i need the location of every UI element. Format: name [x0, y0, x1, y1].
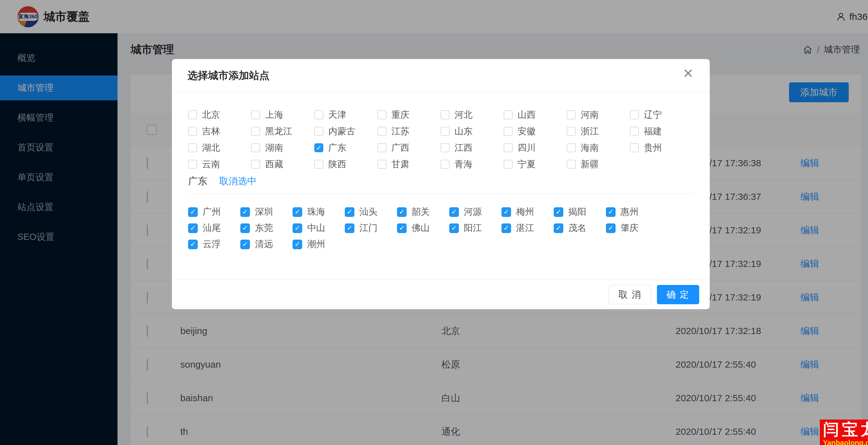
- province-checkbox[interactable]: ✓: [377, 143, 386, 152]
- province-option[interactable]: ✓ 上海: [251, 106, 314, 123]
- city-option[interactable]: ✓ 韶关: [397, 204, 449, 220]
- province-option[interactable]: ✓ 甘肃: [377, 156, 440, 172]
- province-option[interactable]: ✓ 河北: [440, 106, 504, 123]
- city-checkbox[interactable]: ✓: [188, 240, 198, 249]
- city-checkbox[interactable]: ✓: [345, 207, 354, 217]
- province-checkbox[interactable]: ✓: [630, 110, 639, 119]
- city-option[interactable]: ✓ 广州: [188, 204, 240, 220]
- province-option[interactable]: ✓ 内蒙古: [314, 123, 377, 139]
- province-option[interactable]: ✓ 四川: [504, 139, 567, 156]
- province-checkbox[interactable]: ✓: [251, 110, 260, 119]
- deselect-link[interactable]: 取消选中: [219, 175, 256, 188]
- province-checkbox[interactable]: ✓: [440, 160, 450, 169]
- province-checkbox[interactable]: ✓: [377, 127, 386, 136]
- province-checkbox[interactable]: ✓: [504, 110, 513, 119]
- province-checkbox[interactable]: ✓: [314, 143, 323, 152]
- city-option[interactable]: ✓ 湛江: [501, 220, 554, 236]
- province-option[interactable]: ✓ 重庆: [377, 106, 440, 123]
- city-option[interactable]: ✓ 河源: [449, 204, 501, 220]
- province-checkbox[interactable]: ✓: [440, 143, 450, 152]
- province-option[interactable]: ✓ 湖北: [188, 139, 251, 156]
- city-checkbox[interactable]: ✓: [397, 223, 407, 233]
- city-checkbox[interactable]: ✓: [240, 223, 250, 233]
- province-checkbox[interactable]: ✓: [504, 127, 513, 136]
- province-option[interactable]: ✓ 浙江: [567, 123, 630, 139]
- province-option[interactable]: ✓ 广东: [314, 139, 377, 156]
- city-checkbox[interactable]: ✓: [606, 207, 616, 217]
- province-checkbox[interactable]: ✓: [630, 143, 639, 152]
- city-checkbox[interactable]: ✓: [606, 223, 616, 233]
- province-option[interactable]: ✓ 广西: [377, 139, 440, 156]
- province-checkbox[interactable]: ✓: [440, 110, 450, 119]
- city-checkbox[interactable]: ✓: [188, 207, 198, 217]
- province-checkbox[interactable]: ✓: [314, 160, 323, 169]
- province-checkbox[interactable]: ✓: [377, 110, 386, 119]
- province-option[interactable]: ✓ 陕西: [314, 156, 377, 172]
- city-option[interactable]: ✓ 中山: [292, 220, 345, 236]
- province-checkbox[interactable]: ✓: [504, 143, 513, 152]
- province-checkbox[interactable]: ✓: [188, 110, 197, 119]
- city-checkbox[interactable]: ✓: [188, 223, 198, 233]
- city-option[interactable]: ✓ 肇庆: [606, 220, 658, 236]
- province-option[interactable]: ✓ 新疆: [567, 156, 630, 172]
- city-option[interactable]: ✓ 梅州: [501, 204, 554, 220]
- province-option[interactable]: ✓ 云南: [188, 156, 251, 172]
- province-checkbox[interactable]: ✓: [504, 160, 513, 169]
- city-option[interactable]: ✓ 惠州: [606, 204, 658, 220]
- province-option[interactable]: ✓ 吉林: [188, 123, 251, 139]
- province-option[interactable]: ✓ 江西: [440, 139, 504, 156]
- city-option[interactable]: ✓ 东莞: [240, 220, 292, 236]
- city-option[interactable]: ✓ 揭阳: [554, 204, 606, 220]
- province-option[interactable]: ✓ 黑龙江: [251, 123, 314, 139]
- cancel-button[interactable]: 取 消: [609, 285, 651, 304]
- province-checkbox[interactable]: ✓: [251, 160, 260, 169]
- province-option[interactable]: ✓ 江苏: [377, 123, 440, 139]
- city-checkbox[interactable]: ✓: [240, 240, 250, 249]
- province-checkbox[interactable]: ✓: [377, 160, 386, 169]
- province-checkbox[interactable]: ✓: [440, 127, 450, 136]
- province-checkbox[interactable]: ✓: [567, 160, 576, 169]
- province-option[interactable]: ✓ 天津: [314, 106, 377, 123]
- province-option[interactable]: ✓ 山西: [504, 106, 567, 123]
- province-checkbox[interactable]: ✓: [567, 110, 576, 119]
- province-option[interactable]: ✓ 宁夏: [504, 156, 567, 172]
- province-option[interactable]: ✓ 山东: [440, 123, 504, 139]
- province-option[interactable]: ✓ 北京: [188, 106, 251, 123]
- province-option[interactable]: ✓ 海南: [567, 139, 630, 156]
- city-option[interactable]: ✓ 阳江: [449, 220, 501, 236]
- province-option[interactable]: ✓ 青海: [440, 156, 504, 172]
- city-option[interactable]: ✓ 汕头: [345, 204, 397, 220]
- city-option[interactable]: ✓ 清远: [240, 236, 292, 252]
- city-option[interactable]: ✓ 江门: [345, 220, 397, 236]
- province-option[interactable]: ✓ 安徽: [504, 123, 567, 139]
- city-option[interactable]: ✓ 佛山: [397, 220, 449, 236]
- province-checkbox[interactable]: ✓: [314, 110, 323, 119]
- province-checkbox[interactable]: ✓: [188, 160, 197, 169]
- province-option[interactable]: ✓ 辽宁: [630, 106, 693, 123]
- city-checkbox[interactable]: ✓: [292, 223, 302, 233]
- province-checkbox[interactable]: ✓: [188, 127, 197, 136]
- province-option[interactable]: ✓ 河南: [567, 106, 630, 123]
- city-option[interactable]: ✓ 深圳: [240, 204, 292, 220]
- city-option[interactable]: ✓ 潮州: [292, 236, 345, 252]
- city-checkbox[interactable]: ✓: [554, 223, 563, 233]
- province-checkbox[interactable]: ✓: [630, 127, 639, 136]
- province-checkbox[interactable]: ✓: [567, 127, 576, 136]
- city-checkbox[interactable]: ✓: [449, 207, 459, 217]
- province-checkbox[interactable]: ✓: [314, 127, 323, 136]
- province-checkbox[interactable]: ✓: [567, 143, 576, 152]
- city-checkbox[interactable]: ✓: [554, 207, 563, 217]
- province-checkbox[interactable]: ✓: [251, 127, 260, 136]
- city-option[interactable]: ✓ 云浮: [188, 236, 240, 252]
- close-icon[interactable]: ✕: [683, 67, 693, 80]
- province-option[interactable]: ✓ 福建: [630, 123, 693, 139]
- city-checkbox[interactable]: ✓: [292, 240, 302, 249]
- city-option[interactable]: ✓ 珠海: [292, 204, 345, 220]
- city-option[interactable]: ✓ 茂名: [554, 220, 606, 236]
- province-checkbox[interactable]: ✓: [251, 143, 260, 152]
- city-checkbox[interactable]: ✓: [292, 207, 302, 217]
- city-checkbox[interactable]: ✓: [345, 223, 354, 233]
- city-checkbox[interactable]: ✓: [240, 207, 250, 217]
- city-checkbox[interactable]: ✓: [501, 207, 511, 217]
- city-checkbox[interactable]: ✓: [501, 223, 511, 233]
